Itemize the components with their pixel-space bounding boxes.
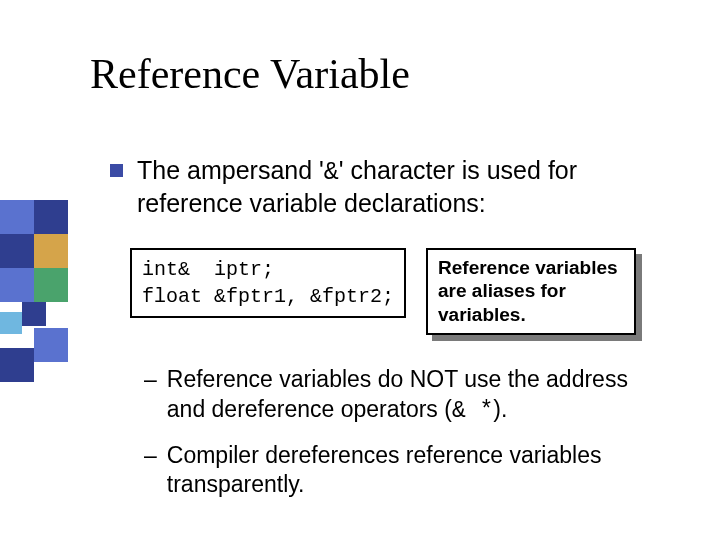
main-bullet: The ampersand '&' character is used for … [110,155,670,220]
note-text: Reference variables are aliases for vari… [426,248,636,335]
bullet-amp: & [324,158,339,187]
note-box: Reference variables are aliases for vari… [426,248,636,335]
decor-square [0,268,34,302]
decor-square [0,312,22,334]
decor-square [0,234,34,268]
decor-square [0,200,34,234]
sub-text-2: Compiler dereferences reference variable… [167,441,670,501]
slide-body: The ampersand '&' character is used for … [110,155,670,514]
slide: Reference Variable The ampersand '&' cha… [0,0,720,540]
sub-list: – Reference variables do NOT use the add… [144,365,670,501]
bullet-text: The ampersand '&' character is used for … [137,155,670,220]
sub-a-pre: Reference variables do NOT use the addre… [167,366,628,422]
decor-square [22,302,46,326]
square-bullet-icon [110,164,123,177]
decor-square [34,234,68,268]
bullet-pre: The ampersand ' [137,156,324,184]
sub-a-ops: & * [452,398,493,424]
code-box: int& iptr; float &fptr1, &fptr2; [130,248,406,318]
decor-square [34,268,68,302]
sub-item: – Compiler dereferences reference variab… [144,441,670,501]
slide-title: Reference Variable [90,50,410,98]
sub-item: – Reference variables do NOT use the add… [144,365,670,427]
boxes-row: int& iptr; float &fptr1, &fptr2; Referen… [130,248,670,335]
sub-a-post: ). [493,396,507,422]
decor-square [0,348,34,382]
sub-text-1: Reference variables do NOT use the addre… [167,365,670,427]
dash-bullet-icon: – [144,441,157,471]
decor-square [34,328,68,362]
dash-bullet-icon: – [144,365,157,395]
decor-square [34,200,68,234]
